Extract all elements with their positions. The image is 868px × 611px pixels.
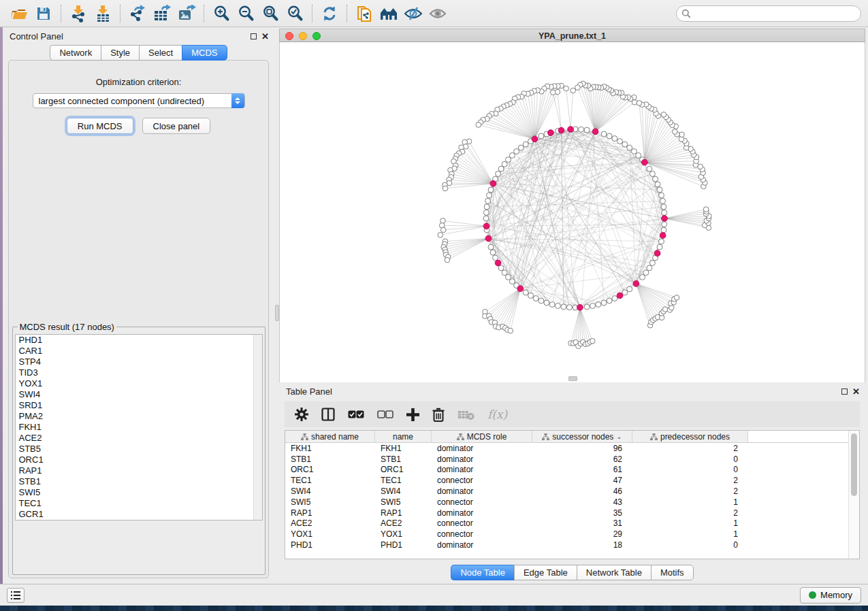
clone-network-button[interactable] [352,3,376,24]
table-row[interactable]: RAP1RAP1dominator352 [285,508,859,518]
mcds-result-item[interactable]: ORC1 [16,455,262,465]
open-file-button[interactable] [7,3,31,24]
deselect-all-checkboxes-icon[interactable] [377,410,393,419]
table-row[interactable]: ACE2ACE2connector311 [285,518,859,529]
mcds-result-item[interactable]: PHD1 [16,335,262,346]
import-network-button[interactable] [66,3,91,24]
zoom-fit-button[interactable] [258,3,283,24]
node-table[interactable]: shared namenameMCDS rolesuccessor nodes⌄… [285,430,860,559]
column-header-MCDS-role[interactable]: MCDS role [432,431,532,442]
main-toolbar [0,0,868,27]
binoculars-button[interactable] [376,3,401,24]
table-row[interactable]: TEC1TEC1connector472 [285,475,859,486]
table-row[interactable]: SWI4SWI4dominator462 [285,486,859,497]
mcds-list-scrollbar[interactable] [253,335,262,520]
table-row[interactable]: PHD1PHD1dominator180 [285,540,859,550]
zoom-in-button[interactable] [209,3,234,24]
select-all-checkboxes-icon[interactable] [348,410,364,419]
table-scrollbar[interactable] [848,431,859,559]
column-header-successor-nodes[interactable]: successor nodes⌄ [532,431,632,442]
table-row[interactable]: STB1STB1dominator620 [285,454,859,465]
tab-style[interactable]: Style [101,45,139,61]
close-panel-icon[interactable]: ✕ [261,32,269,41]
delete-table-icon[interactable] [457,409,475,420]
memory-label: Memory [820,590,852,600]
run-mcds-button[interactable]: Run MCDS [67,118,133,134]
mcds-result-item[interactable]: TID3 [16,367,262,378]
trash-icon[interactable] [432,408,445,422]
task-history-button[interactable] [7,588,25,603]
tab-mcds[interactable]: MCDS [182,45,227,61]
cell: SWI4 [375,486,432,496]
cell: 0 [632,455,748,464]
float-panel-icon[interactable] [251,33,257,39]
zoom-selected-button[interactable] [283,3,307,24]
cell: SWI4 [285,486,375,496]
clone-network-icon [356,4,373,23]
horizontal-splitter-handle[interactable] [568,376,577,381]
close-panel-icon[interactable]: ✕ [852,387,860,396]
gear-icon[interactable] [295,408,308,421]
control-panel-titlebar: Control Panel ✕ [3,27,274,45]
table-row[interactable]: ORC1ORC1dominator610 [285,465,859,476]
table-row[interactable]: YOX1YOX1connector291 [285,529,859,540]
cell: ORC1 [375,465,432,474]
float-panel-icon[interactable] [841,389,848,395]
export-table-button[interactable] [150,3,174,24]
control-panel-tabs: NetworkStyleSelectMCDS [3,45,274,61]
mcds-result-item[interactable]: TEC1 [16,498,262,509]
mcds-result-item[interactable]: YOX1 [16,378,262,389]
memory-button[interactable]: Memory [800,587,861,604]
close-panel-button[interactable]: Close panel [142,118,211,134]
table-row[interactable]: SWI5SWI5connector431 [285,497,859,508]
hide-details-button[interactable] [401,3,425,24]
export-image-button[interactable] [174,3,199,24]
column-header-predecessor-nodes[interactable]: predecessor nodes [632,431,748,442]
mcds-result-item[interactable]: GCR1 [16,509,262,520]
mcds-result-item[interactable]: STB1 [16,476,262,487]
import-table-button[interactable] [91,3,115,24]
save-floppy-icon [36,6,51,21]
table-row[interactable]: FKH1FKH1dominator962 [285,443,859,454]
show-details-button[interactable] [425,3,450,24]
refresh-button[interactable] [317,3,342,24]
zoom-out-button[interactable] [234,3,258,24]
mcds-result-item[interactable]: STP4 [16,357,262,367]
export-network-button[interactable] [125,3,150,24]
network-canvas[interactable] [279,42,865,382]
network-graph[interactable] [280,42,865,382]
mcds-result-item[interactable]: CAR1 [16,346,262,357]
network-window-titlebar[interactable]: YPA_prune.txt_1 [279,29,865,42]
tab-select[interactable]: Select [139,45,182,61]
mcds-result-item[interactable]: PMA2 [16,411,262,422]
vertical-splitter-handle[interactable] [275,305,279,321]
mcds-result-item[interactable]: RAP1 [16,465,262,476]
vertical-splitter[interactable] [274,27,279,584]
cell: connector [432,476,532,485]
mcds-result-item[interactable]: SWI5 [16,487,262,498]
tab-network[interactable]: Network [50,45,101,61]
mcds-result-item[interactable]: SWI4 [16,389,262,400]
table-scrollbar-thumb[interactable] [851,433,857,496]
tab-edge-table[interactable]: Edge Table [514,565,577,580]
tab-motifs[interactable]: Motifs [651,565,694,580]
tab-node-table[interactable]: Node Table [451,565,514,580]
main-area: Control Panel ✕ NetworkStyleSelectMCDS O… [0,27,868,584]
column-namespace-icon [542,433,549,440]
column-header-shared-name[interactable]: shared name [285,431,375,442]
mcds-result-item[interactable]: STB5 [16,444,262,455]
search-input[interactable] [676,5,861,22]
column-view-icon[interactable] [321,408,335,421]
mcds-result-item[interactable]: SRD1 [16,400,262,411]
mcds-result-list[interactable]: PHD1CAR1STP4TID3YOX1SWI4SRD1PMA2FKH1ACE2… [15,334,263,521]
save-session-button[interactable] [31,3,56,24]
add-column-icon[interactable] [406,408,419,421]
criterion-dropdown[interactable]: largest connected component (undirected) [33,93,245,108]
function-builder-icon[interactable]: f(x) [487,408,507,421]
mcds-result-item[interactable]: ACE2 [16,433,262,444]
tab-network-table[interactable]: Network Table [577,565,651,580]
table-panel-titlebar: Table Panel ✕ [279,382,865,400]
column-header-name[interactable]: name [375,431,432,442]
mcds-result-item[interactable]: FKH1 [16,422,262,433]
cell: ACE2 [375,518,432,528]
